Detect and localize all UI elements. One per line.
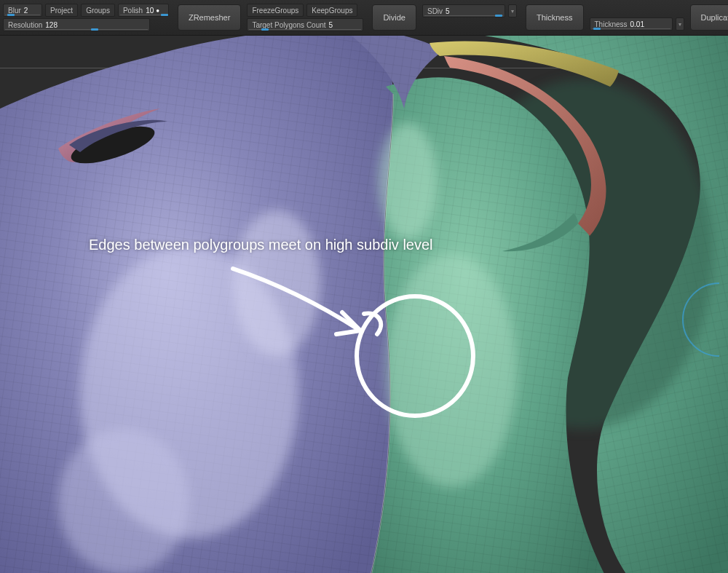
viewport-3d[interactable]: Edges between polygroups meet on high su… — [0, 36, 728, 573]
project-toggle[interactable]: Project — [45, 4, 78, 17]
top-toolbar: Blur2 Project Groups Polish10● Resolutio… — [0, 0, 728, 36]
thickness-button[interactable]: Thickness — [526, 4, 584, 31]
divide-button[interactable]: Divide — [372, 4, 416, 31]
sdiv-options-icon[interactable]: ▾ — [508, 4, 517, 17]
thickness-options-icon[interactable]: ▾ — [676, 17, 684, 31]
target-polygons-slider[interactable]: Target Polygons Count5 — [247, 18, 363, 31]
thickness-slider[interactable]: Thickness0.01 — [590, 17, 673, 31]
sdiv-slider[interactable]: SDiv5 — [422, 4, 505, 17]
resolution-slider[interactable]: Resolution128 — [3, 18, 150, 31]
groups-toggle[interactable]: Groups — [81, 4, 115, 17]
svg-point-3 — [58, 429, 189, 573]
duplicate-button[interactable]: Duplicate — [690, 4, 729, 31]
freeze-groups-toggle[interactable]: FreezeGroups — [247, 4, 304, 17]
polish-slider[interactable]: Polish10● — [118, 4, 169, 17]
zremesher-button[interactable]: ZRemesher — [178, 4, 241, 31]
blur-slider[interactable]: Blur2 — [3, 4, 42, 17]
svg-point-4 — [386, 254, 517, 487]
model-render — [0, 36, 728, 573]
annotation-label: Edges between polygroups meet on high su… — [89, 237, 433, 253]
svg-point-2 — [233, 210, 320, 356]
keep-groups-toggle[interactable]: KeepGroups — [306, 4, 357, 17]
